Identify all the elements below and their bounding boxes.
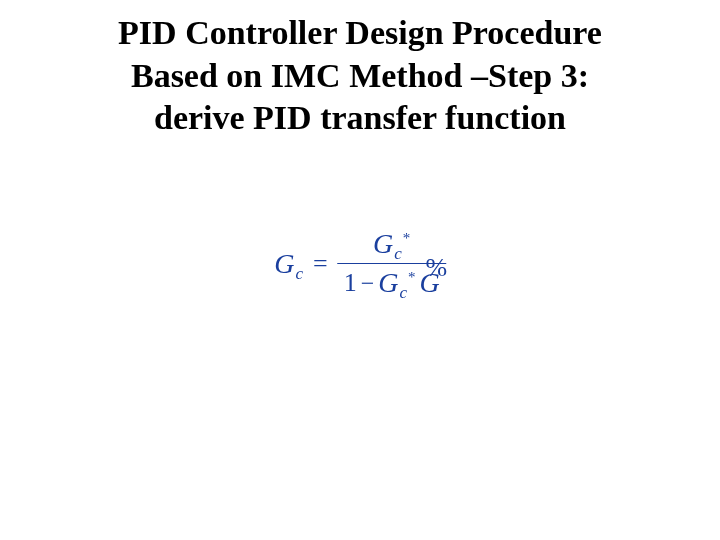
numerator-Gc-star: G c * [373,228,410,260]
den-sub-c: c [399,283,407,303]
num-G: G [373,228,393,260]
denominator: 1 − G c * % G [338,267,446,299]
num-star: * [403,230,411,247]
title-line-3: derive PID transfer function [0,97,720,140]
den-star: * [408,269,416,286]
fraction: G c * 1 − G c * % G [338,228,446,299]
symbol-G: G [274,248,294,280]
den-one: 1 [344,268,357,298]
num-sub-c: c [394,244,402,264]
den-Gc-star: G c * [378,267,415,299]
tilde-icon: % [426,253,448,283]
den-G-tilde: % G [420,267,440,299]
subscript-c: c [295,264,303,284]
title-line-1: PID Controller Design Procedure [0,12,720,55]
equals-sign: = [313,249,328,279]
title-line-2: Based on IMC Method –Step 3: [0,55,720,98]
equation-row: G c = G c * 1 − G c * [274,228,446,299]
den-G1: G [378,267,398,299]
equation: G c = G c * 1 − G c * [274,228,446,299]
slide-title: PID Controller Design Procedure Based on… [0,0,720,140]
numerator: G c * [367,228,416,260]
equation-lhs: G c [274,248,303,280]
den-minus: − [361,270,375,297]
